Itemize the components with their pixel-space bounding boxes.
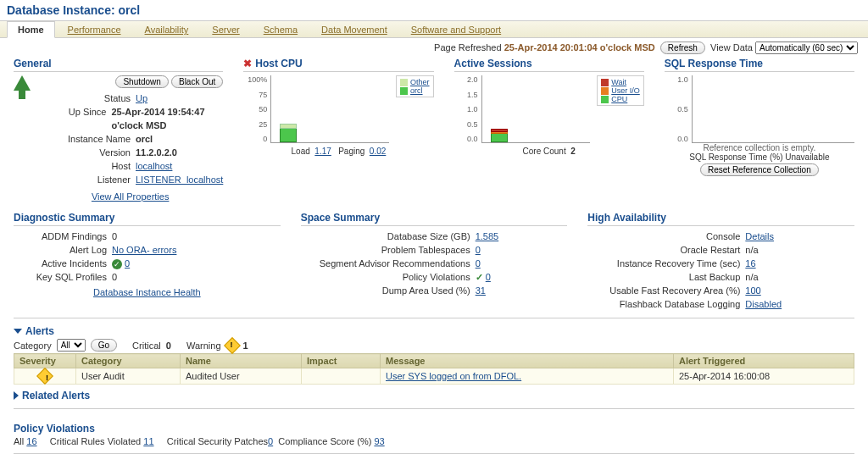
active-incidents-link[interactable]: 0 [125, 258, 130, 269]
upsince-label: Up Since [37, 105, 111, 132]
refresh-timestamp: 25-Apr-2014 20:01:04 o'clock MSD [504, 42, 655, 53]
col-category[interactable]: Category [76, 354, 181, 368]
col-message[interactable]: Message [381, 354, 674, 368]
alert-log-link[interactable]: No ORA- errors [112, 245, 176, 255]
console-link[interactable]: Details [745, 231, 774, 241]
tab-performance[interactable]: Performance [57, 21, 132, 37]
sessions-legend: Wait User I/O CPU [597, 75, 644, 106]
fast-recovery-link[interactable]: 100 [745, 285, 760, 296]
col-name[interactable]: Name [181, 354, 302, 368]
go-button[interactable]: Go [91, 339, 117, 352]
version-label: Version [37, 146, 136, 159]
sqlresp-header: SQL Response Time [665, 58, 854, 72]
alerts-header: Alerts [25, 325, 54, 337]
status-label: Status [37, 91, 136, 105]
listener-label: Listener [37, 173, 136, 186]
compliance-score-link[interactable]: 93 [374, 436, 384, 446]
tab-home[interactable]: Home [7, 21, 55, 38]
policy-violations-link[interactable]: 0 [486, 272, 491, 282]
db-instance-health-link[interactable]: Database Instance Health [93, 287, 201, 297]
status-up-icon [14, 75, 31, 91]
legend-userio[interactable]: User I/O [611, 86, 640, 95]
host-label: Host [37, 159, 136, 173]
sqlresp-chart: 1.00.50.0 [665, 75, 854, 143]
view-all-properties-link[interactable]: View All Properties [92, 191, 170, 202]
sessions-chart: 2.01.51.00.50.0 Wait User I/O CPU [454, 75, 644, 143]
listener-link[interactable]: LISTENER_localhost [136, 174, 223, 185]
policy-header: Policy Violations [0, 416, 868, 436]
host-link[interactable]: localhost [136, 161, 172, 171]
sqlresp-unavailable: SQL Response Time (%) Unavailable [665, 152, 854, 162]
warning-icon [36, 368, 53, 385]
critical-rules-link[interactable]: 11 [143, 436, 153, 446]
x-icon: ✖ [243, 58, 252, 69]
tabs-top: Home Performance Availability Server Sch… [0, 20, 868, 38]
hostcpu-header: ✖Host CPU [243, 58, 433, 72]
refresh-bar: Page Refreshed 25-Apr-2014 20:01:04 o'cl… [0, 38, 868, 58]
recovery-time-link[interactable]: 16 [745, 258, 755, 269]
status-link[interactable]: Up [136, 93, 147, 103]
page-refreshed-label: Page Refreshed [434, 42, 502, 53]
problem-tablespaces-link[interactable]: 0 [476, 245, 481, 255]
upsince-value: 25-Apr-2014 19:54:47 o'clock MSD [111, 107, 204, 130]
check-icon: ✓ [112, 259, 122, 269]
related-alerts-header: Related Alerts [22, 390, 90, 401]
refresh-button[interactable]: Refresh [660, 42, 705, 54]
blackout-button[interactable]: Black Out [171, 75, 223, 88]
view-data-label: View Data [710, 42, 753, 53]
paging-link[interactable]: 0.02 [370, 147, 386, 156]
core-count-value: 2 [570, 147, 576, 156]
instance-name-value: orcl [136, 134, 153, 144]
tab-data-movement[interactable]: Data Movement [310, 21, 398, 37]
tab-software-support[interactable]: Software and Support [400, 21, 512, 37]
ha-header: High Availability [587, 212, 854, 226]
table-row[interactable]: User Audit Audited User User SYS logged … [14, 368, 854, 385]
policy-all-link[interactable]: 16 [26, 436, 36, 446]
space-header: Space Summary [301, 212, 568, 226]
col-impact[interactable]: Impact [302, 354, 381, 368]
flashback-link[interactable]: Disabled [745, 299, 782, 309]
shutdown-button[interactable]: Shutdown [115, 75, 168, 88]
category-select[interactable]: All [57, 339, 86, 352]
warning-icon [224, 337, 241, 354]
col-triggered[interactable]: Alert Triggered [674, 354, 854, 368]
tab-schema[interactable]: Schema [253, 21, 309, 37]
dump-area-link[interactable]: 31 [476, 285, 486, 296]
legend-other[interactable]: Other [410, 78, 430, 86]
tab-availability[interactable]: Availability [134, 21, 200, 37]
col-severity[interactable]: Severity [14, 354, 76, 368]
alerts-table: Severity Category Name Impact Message Al… [14, 353, 854, 385]
hostcpu-legend: Other orcl [396, 75, 434, 97]
general-header: General [14, 58, 223, 72]
sqlresp-empty: Reference collection is empty. [665, 143, 854, 152]
diag-header: Diagnostic Summary [14, 212, 281, 226]
expand-icon[interactable] [14, 391, 19, 400]
sessions-header: Active Sessions [454, 58, 644, 72]
collapse-icon[interactable] [14, 329, 22, 334]
load-link[interactable]: 1.17 [314, 147, 331, 156]
segment-advisor-link[interactable]: 0 [476, 258, 481, 269]
security-patches-link[interactable]: 0 [268, 436, 273, 446]
page-title: Database Instance: orcl [0, 0, 868, 20]
db-size-link[interactable]: 1.585 [476, 231, 499, 241]
reset-reference-button[interactable]: Reset Reference Collection [700, 163, 819, 176]
hostcpu-chart: 100%7550250 Other orcl [243, 75, 433, 143]
version-value: 11.2.0.2.0 [136, 147, 177, 158]
instance-name-label: Instance Name [37, 132, 136, 146]
view-data-select[interactable]: Automatically (60 sec) [755, 42, 858, 54]
alert-message-link[interactable]: User SYS logged on from DFOL. [386, 371, 521, 381]
legend-wait[interactable]: Wait [611, 78, 626, 86]
legend-orcl[interactable]: orcl [410, 86, 423, 95]
check-icon: ✓ [476, 272, 483, 282]
legend-cpu[interactable]: CPU [611, 95, 627, 103]
tab-server[interactable]: Server [201, 21, 250, 37]
